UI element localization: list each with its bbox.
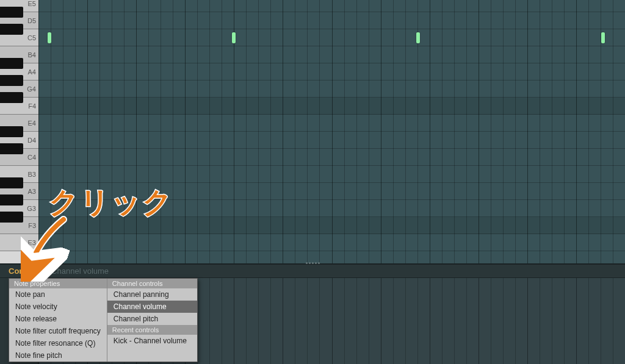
piano-key-label: C5 <box>27 34 36 41</box>
piano-roll: E5D5C5B4A4G4F4E4D4C4B3A3G3F3E3 <box>0 0 625 263</box>
dropdown-item[interactable]: Note fine pitch <box>9 349 107 362</box>
piano-black-key[interactable] <box>0 212 23 223</box>
midi-note[interactable] <box>48 32 51 43</box>
piano-key-label: A4 <box>28 68 36 76</box>
dropdown-item[interactable]: Note velocity <box>9 301 107 313</box>
dropdown-item[interactable]: Note filter cutoff frequency <box>9 325 107 337</box>
dropdown-item[interactable]: Note release <box>9 313 107 325</box>
control-header: Control ▼ Channel volume <box>0 265 625 278</box>
piano-grid[interactable] <box>38 0 625 263</box>
dropdown-item[interactable]: Note filter resonance (Q) <box>9 337 107 349</box>
piano-key-label: F4 <box>28 102 36 110</box>
piano-key-label: A3 <box>28 188 36 195</box>
annotation-arrow-icon <box>21 215 76 282</box>
piano-key-label: C4 <box>27 154 36 161</box>
piano-key-label: G3 <box>27 205 36 212</box>
dropdown-section-header: Recent controls <box>107 325 197 335</box>
piano-black-key[interactable] <box>0 75 23 86</box>
dropdown-item[interactable]: Channel panning <box>107 288 197 301</box>
piano-key-label: B3 <box>28 171 36 178</box>
dropdown-section-header: Channel controls <box>107 279 197 288</box>
midi-note[interactable] <box>232 32 236 43</box>
piano-key-label: D5 <box>27 17 36 24</box>
piano-black-key[interactable] <box>0 177 23 188</box>
dropdown-item[interactable]: Note pan <box>9 288 107 301</box>
midi-note[interactable] <box>416 32 420 43</box>
pane-resize-handle[interactable] <box>300 262 325 265</box>
piano-black-key[interactable] <box>0 92 23 103</box>
piano-key-label: E4 <box>28 120 36 127</box>
dropdown-right-column: Channel controlsChannel panningChannel v… <box>107 279 197 362</box>
piano-black-key[interactable] <box>0 58 23 69</box>
piano-black-key[interactable] <box>0 143 23 154</box>
midi-note[interactable] <box>601 32 605 43</box>
piano-key-label: D4 <box>27 137 36 144</box>
piano-black-key[interactable] <box>0 24 23 35</box>
piano-black-key[interactable] <box>0 7 23 18</box>
piano-black-key[interactable] <box>0 126 23 137</box>
piano-key-label: B4 <box>28 51 36 59</box>
dropdown-item[interactable]: Kick - Channel volume <box>107 335 197 347</box>
control-dropdown-menu: Note properties Note panNote velocityNot… <box>9 278 198 362</box>
dropdown-item[interactable]: Channel volume <box>107 301 197 313</box>
dropdown-left-column: Note properties Note panNote velocityNot… <box>9 279 107 362</box>
dropdown-item[interactable]: Channel pitch <box>107 313 197 325</box>
piano-key-label: E5 <box>28 0 36 7</box>
piano-black-key[interactable] <box>0 194 23 205</box>
piano-key-label: G4 <box>27 85 36 93</box>
